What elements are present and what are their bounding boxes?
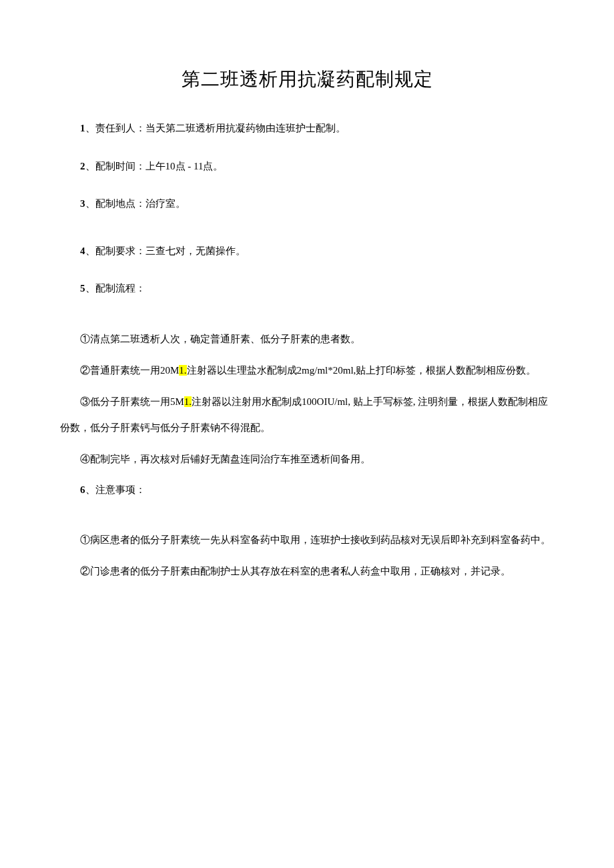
item-3: 3、配制地点：治疗室。 (60, 194, 554, 213)
item-4: 4、配制要求：三查七对，无菌操作。 (60, 242, 554, 261)
item-2: 2、配制时间：上午10点 - 11点。 (60, 157, 554, 176)
item-4-number: 4 (80, 246, 85, 256)
item-6-text: 、注意事项： (85, 484, 145, 495)
step-2-text-b: 注射器以生理盐水配制成2mg/ml*20ml,贴上打印标签，根据人数配制相应份数… (187, 365, 537, 376)
item-5-text: 、配制流程： (85, 283, 145, 294)
step-2-text-a: ②普通肝素统一用20M (80, 365, 179, 376)
step-4: ④配制完毕，再次核对后铺好无菌盘连同治疗车推至透析间备用。 (60, 446, 554, 472)
step-3-highlight: 1. (184, 396, 192, 407)
item-3-text: 、配制地点：治疗室。 (85, 198, 186, 209)
item-6-number: 6 (80, 484, 85, 495)
item-6: 6、注意事项： (60, 480, 554, 500)
step-3: ③低分子肝素统一用5M1.注射器以注射用水配制成100OIU/ml, 贴上手写标… (60, 389, 554, 441)
item-5-number: 5 (80, 283, 85, 294)
item-3-number: 3 (80, 198, 85, 209)
item-2-number: 2 (80, 161, 85, 171)
step-2: ②普通肝素统一用20M1.注射器以生理盐水配制成2mg/ml*20ml,贴上打印… (60, 358, 554, 384)
item-5: 5、配制流程： (60, 279, 554, 298)
note-1: ①病区患者的低分子肝素统一先从科室备药中取用，连班护士接收到药品核对无误后即补充… (60, 527, 554, 553)
step-2-highlight: 1. (179, 365, 186, 376)
item-4-text: 、配制要求：三查七对，无菌操作。 (85, 246, 246, 256)
note-2: ②门诊患者的低分子肝素由配制护士从其存放在科室的患者私人药盒中取用，正确核对，并… (60, 558, 554, 584)
item-1-text: 、责任到人：当天第二班透析用抗凝药物由连班护士配制。 (85, 123, 346, 133)
step-1: ①清点第二班透析人次，确定普通肝素、低分子肝素的患者数。 (60, 326, 554, 352)
item-2-text: 、配制时间：上午10点 - 11点。 (85, 161, 224, 171)
item-1: 1、责任到人：当天第二班透析用抗凝药物由连班护士配制。 (60, 119, 554, 138)
document-title: 第二班透析用抗凝药配制规定 (60, 67, 554, 92)
step-3-text-a: ③低分子肝素统一用5M (80, 396, 184, 407)
item-1-number: 1 (80, 123, 85, 133)
